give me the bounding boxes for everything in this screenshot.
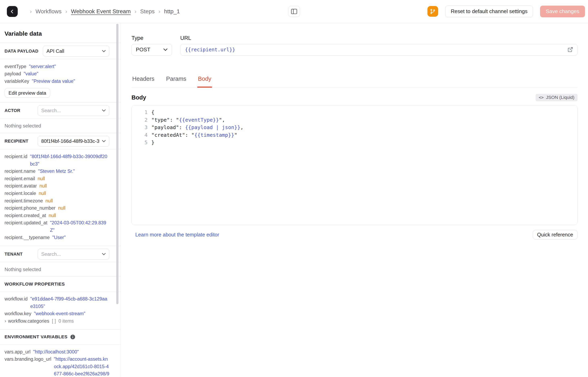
request-editor-panel: Type POST URL {{recipient.url}}: [121, 23, 588, 377]
variable-key: workflow.categories: [8, 317, 49, 325]
variable-row: recipient.phone_numbernull: [5, 204, 110, 212]
variable-value: "webhook-event-stream": [34, 310, 85, 317]
code-icon: <>: [539, 95, 544, 100]
data-payload-select[interactable]: API Call: [43, 46, 109, 56]
code-content: "payload": {{payload | json}},: [151, 124, 243, 131]
request-tab[interactable]: Headers: [131, 75, 155, 87]
type-column: Type POST: [131, 35, 172, 56]
recipient-section: recipient.id"80f1f4bf-166d-48f9-b33c-390…: [0, 149, 121, 246]
body-code-editor[interactable]: 1{2"type": "{{eventType}}",3"payload": {…: [131, 105, 577, 225]
variable-key: workflow.key: [5, 310, 31, 317]
variable-row: recipient.name"Steven Metz Sr.": [5, 167, 110, 175]
breadcrumb-item[interactable]: Webhook Event Stream: [61, 8, 130, 15]
environment-variables-header: ENVIRONMENT VARIABLES: [0, 330, 121, 345]
data-payload-header: DATA PAYLOAD API Call: [0, 43, 121, 59]
variable-row: recipient.id"80f1f4bf-166d-48f9-b33c-390…: [5, 153, 110, 167]
editor-footer: Learn more about the template editor Qui…: [131, 230, 577, 239]
data-payload-fields: eventType"server:alert"payload"value"var…: [5, 63, 110, 85]
recipient-select[interactable]: 80f1f4bf-166d-48f9-b33c-39009df20bc3: [38, 136, 109, 147]
variable-row: payload"value": [5, 70, 110, 78]
app-root: WorkflowsWebhook Event StreamStepshttp_1…: [0, 0, 588, 377]
request-tabs: HeadersParamsBody: [131, 75, 577, 87]
variable-key: recipient.email: [5, 175, 35, 182]
breadcrumb-item[interactable]: Steps: [131, 8, 155, 15]
breadcrumb-item-label: Webhook Event Stream: [71, 8, 131, 15]
environment-variable-fields: vars.app_url"http://localhost:3000"vars.…: [5, 348, 110, 377]
variable-value: "Steven Metz Sr.": [38, 167, 75, 175]
breadcrumb-item[interactable]: http_1: [155, 8, 180, 15]
data-payload-selected-value: API Call: [47, 48, 100, 54]
language-badge[interactable]: <> JSON (Liquid): [536, 94, 577, 101]
edit-preview-data-button[interactable]: Edit preview data: [5, 88, 50, 98]
save-changes-button[interactable]: Save changes: [540, 6, 585, 17]
sidebar-title: Variable data: [0, 23, 121, 43]
variable-value: "value": [24, 70, 38, 78]
variable-key: eventType: [5, 63, 26, 70]
variable-value: "User": [52, 234, 66, 241]
commit-changes-badge[interactable]: [427, 6, 438, 17]
quick-reference-button[interactable]: Quick reference: [533, 230, 577, 239]
chevron-down-icon: [102, 253, 106, 255]
variable-value: "http://localhost:3000": [33, 348, 79, 356]
line-number: 2: [132, 116, 148, 124]
topbar-actions: Reset to default channel settings Save c…: [427, 6, 585, 17]
variable-key: recipient.id: [5, 153, 27, 160]
variable-row: recipient.localenull: [5, 190, 110, 197]
variable-key: recipient.phone_number: [5, 204, 56, 212]
workflow-categories-row[interactable]: › workflow.categories [ ] 0 items: [5, 317, 110, 325]
code-line[interactable]: 1{: [132, 108, 577, 116]
code-content: "type": "{{eventType}}",: [151, 116, 225, 124]
variable-data-sidebar: Variable data DATA PAYLOAD API Call even…: [0, 23, 121, 377]
breadcrumb-item[interactable]: Workflows: [26, 8, 61, 15]
variable-value: "Preview data value": [32, 78, 75, 85]
environment-variables-section: vars.app_url"http://localhost:3000"vars.…: [0, 345, 121, 377]
line-number: 3: [132, 124, 148, 131]
actor-search[interactable]: [38, 105, 109, 116]
external-link-icon[interactable]: [567, 47, 573, 52]
variable-row: variableKey"Preview data value": [5, 78, 110, 85]
tenant-search[interactable]: [38, 249, 109, 259]
actor-search-input[interactable]: [41, 108, 102, 113]
chevron-down-icon: [102, 140, 106, 142]
back-button[interactable]: [7, 6, 18, 17]
variable-row: workflow.key"webhook-event-stream": [5, 310, 110, 317]
variable-key: recipient.timezone: [5, 197, 43, 205]
learn-more-link[interactable]: Learn more about the template editor: [135, 232, 219, 238]
breadcrumb-item-label: Steps: [140, 8, 155, 15]
code-line[interactable]: 5}: [132, 139, 577, 146]
code-line[interactable]: 3"payload": {{payload | json}},: [132, 124, 577, 131]
actor-empty-state: Nothing selected: [0, 119, 121, 133]
code-line[interactable]: 4"createdAt": "{{timestamp}}": [132, 131, 577, 139]
url-column: URL {{recipient.url}}: [180, 35, 577, 56]
url-value: {{recipient.url}}: [185, 47, 235, 53]
variable-key: recipient.name: [5, 167, 36, 175]
info-icon[interactable]: [70, 334, 75, 340]
type-label: Type: [131, 35, 172, 41]
code-line[interactable]: 2"type": "{{eventType}}",: [132, 116, 577, 124]
tenant-search-input[interactable]: [41, 251, 102, 257]
variable-key: vars.app_url: [5, 348, 31, 356]
workflow-properties-header: WORKFLOW PROPERTIES: [0, 276, 121, 292]
breadcrumb: WorkflowsWebhook Event StreamStepshttp_1: [26, 8, 180, 15]
actor-label: ACTOR: [5, 108, 20, 113]
variable-row: recipient.emailnull: [5, 175, 110, 182]
url-input[interactable]: {{recipient.url}}: [180, 44, 577, 56]
toggle-sidebar-button[interactable]: [288, 6, 300, 17]
request-tab[interactable]: Params: [165, 75, 187, 87]
request-tab[interactable]: Body: [197, 75, 212, 87]
variable-row: recipient.__typename"User": [5, 234, 110, 241]
environment-variables-label: ENVIRONMENT VARIABLES: [5, 334, 68, 340]
variable-row: recipient.updated_at"2024-03-05T00:42:29…: [5, 219, 110, 234]
line-number: 1: [132, 108, 148, 116]
recipient-label: RECIPIENT: [5, 139, 28, 144]
recipient-fields: recipient.id"80f1f4bf-166d-48f9-b33c-390…: [5, 153, 110, 241]
method-select[interactable]: POST: [131, 44, 172, 56]
sidebar-scrollbar[interactable]: [116, 24, 118, 304]
line-number: 5: [132, 139, 148, 146]
variable-row: recipient.created_atnull: [5, 212, 110, 219]
variable-value: "80f1f4bf-166d-48f9-b33c-39009df20bc3": [30, 153, 109, 167]
body-section-header: Body <> JSON (Liquid): [131, 94, 577, 101]
tenant-empty-state: Nothing selected: [0, 262, 121, 276]
variable-key: recipient.__typename: [5, 234, 50, 241]
reset-channel-settings-button[interactable]: Reset to default channel settings: [445, 6, 533, 17]
